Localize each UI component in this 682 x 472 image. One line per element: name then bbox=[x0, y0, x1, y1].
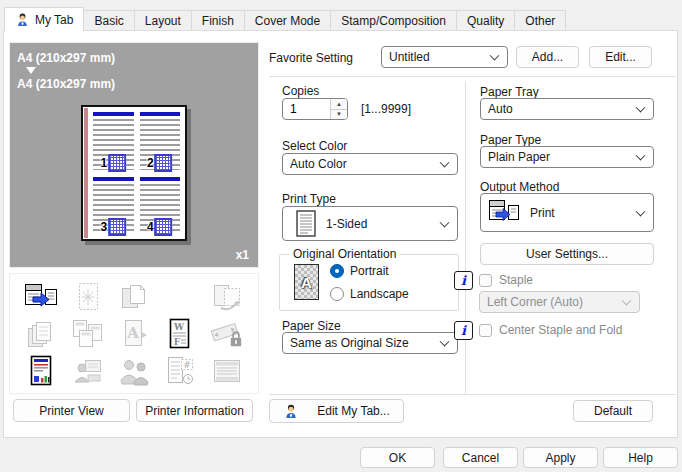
tab-basic[interactable]: Basic bbox=[83, 10, 134, 30]
arrow-down-icon bbox=[26, 67, 36, 74]
edit-favorite-label: Edit... bbox=[605, 50, 636, 64]
spin-up-icon[interactable] bbox=[331, 99, 347, 110]
paper-tray-select[interactable]: Auto bbox=[480, 98, 654, 120]
account-track-icon bbox=[117, 355, 151, 387]
page-number: 1 bbox=[100, 156, 107, 170]
copies-range-label: [1...9999] bbox=[361, 102, 411, 116]
print-type-value: 1-Sided bbox=[326, 217, 367, 231]
tab-my-tab[interactable]: My Tab bbox=[4, 7, 84, 31]
column-divider bbox=[465, 81, 466, 394]
chevron-down-icon bbox=[440, 337, 450, 347]
edit-my-tab-label: Edit My Tab... bbox=[317, 404, 389, 418]
printer-view-label: Printer View bbox=[39, 404, 103, 418]
staple-position-select: Left Corner (Auto) bbox=[479, 291, 640, 313]
secure-print-icon bbox=[210, 318, 244, 350]
chevron-down-icon bbox=[636, 206, 646, 216]
tab-label: Other bbox=[525, 14, 555, 28]
default-button[interactable]: Default bbox=[573, 400, 653, 422]
paper-size-select[interactable]: Same as Original Size bbox=[282, 332, 458, 354]
center-staple-checkbox-row[interactable]: Center Staple and Fold bbox=[479, 323, 622, 337]
favorite-setting-select[interactable]: Untitled bbox=[381, 46, 508, 68]
tab-quality[interactable]: Quality bbox=[456, 10, 515, 30]
tab-layout[interactable]: Layout bbox=[134, 10, 192, 30]
person-icon bbox=[15, 12, 30, 27]
center-staple-label: Center Staple and Fold bbox=[499, 323, 622, 337]
print-type-label: Print Type bbox=[282, 192, 336, 206]
staple-info-button[interactable]: i bbox=[454, 271, 473, 290]
apply-button[interactable]: Apply bbox=[523, 447, 598, 468]
paper-type-select[interactable]: Plain Paper bbox=[480, 146, 654, 168]
binding-edge-indicator bbox=[84, 108, 88, 238]
svg-text:#: # bbox=[184, 359, 192, 369]
paper-type-label: Paper Type bbox=[480, 133, 541, 147]
page-grid-icon bbox=[108, 218, 126, 236]
user-settings-button[interactable]: User Settings... bbox=[480, 243, 654, 265]
apply-label: Apply bbox=[545, 451, 575, 465]
tab-other[interactable]: Other bbox=[514, 10, 566, 30]
tab-finish[interactable]: Finish bbox=[191, 10, 245, 30]
copies-input[interactable] bbox=[283, 99, 330, 119]
select-color-value: Auto Color bbox=[290, 157, 347, 171]
tab-label: Basic bbox=[94, 14, 123, 28]
staple-position-value: Left Corner (Auto) bbox=[487, 295, 583, 309]
add-favorite-label: Add... bbox=[532, 50, 563, 64]
edit-favorite-button[interactable]: Edit... bbox=[589, 46, 652, 68]
printer-information-label: Printer Information bbox=[145, 404, 244, 418]
separator bbox=[269, 76, 676, 77]
chevron-down-icon bbox=[440, 158, 450, 168]
output-method-label: Output Method bbox=[480, 180, 559, 194]
staple-checkbox[interactable] bbox=[479, 274, 492, 287]
center-staple-info-button[interactable]: i bbox=[454, 321, 473, 340]
page-number-badge: 4 bbox=[147, 218, 173, 236]
add-favorite-button[interactable]: Add... bbox=[516, 46, 579, 68]
center-staple-checkbox[interactable] bbox=[479, 324, 492, 337]
paper-tray-label: Paper Tray bbox=[480, 85, 539, 99]
landscape-radio[interactable] bbox=[330, 287, 344, 301]
spin-down-icon[interactable] bbox=[331, 110, 347, 120]
rotate-output-icon bbox=[210, 281, 244, 313]
print-type-select[interactable]: 1-Sided bbox=[282, 206, 458, 241]
page-thumbnails-grid: 1 2 bbox=[93, 112, 180, 234]
tab-cover-mode[interactable]: Cover Mode bbox=[244, 10, 331, 30]
printer-information-button[interactable]: Printer Information bbox=[136, 399, 253, 422]
ok-button[interactable]: OK bbox=[360, 447, 435, 468]
tab-label: Cover Mode bbox=[255, 14, 320, 28]
watermark-icon: A bbox=[117, 318, 151, 350]
page-header-bar bbox=[140, 112, 181, 116]
chevron-down-icon bbox=[622, 296, 632, 306]
tab-label: Quality bbox=[467, 14, 504, 28]
select-color-select[interactable]: Auto Color bbox=[282, 153, 458, 175]
portrait-radio-row[interactable]: Portrait bbox=[330, 264, 389, 278]
collate-pages-icon bbox=[24, 318, 58, 350]
staple-label: Staple bbox=[499, 273, 533, 287]
cancel-button[interactable]: Cancel bbox=[443, 447, 518, 468]
color-settings-icon bbox=[24, 355, 58, 387]
copies-label: Copies bbox=[282, 84, 319, 98]
page-number: 3 bbox=[100, 220, 107, 234]
original-orientation-group: Original Orientation A Portrait Landscap… bbox=[279, 254, 459, 311]
chevron-down-icon bbox=[636, 151, 646, 161]
tab-stamp-composition[interactable]: Stamp/Composition bbox=[330, 10, 457, 30]
page-thumbnail: 4 bbox=[140, 177, 181, 235]
staple-checkbox-row[interactable]: Staple bbox=[479, 273, 533, 287]
help-label: Help bbox=[628, 451, 653, 465]
tab-label: My Tab bbox=[35, 13, 73, 27]
edit-my-tab-button[interactable]: Edit My Tab... bbox=[269, 399, 404, 423]
printer-view-button[interactable]: Printer View bbox=[13, 399, 130, 422]
help-button[interactable]: Help bbox=[603, 447, 678, 468]
original-orientation-label: Original Orientation bbox=[289, 247, 400, 261]
chevron-down-icon bbox=[636, 103, 646, 113]
one-sided-page-icon bbox=[296, 210, 316, 237]
overlay-icon: W F bbox=[163, 318, 197, 350]
portrait-radio[interactable] bbox=[330, 264, 344, 278]
ok-label: OK bbox=[389, 451, 406, 465]
spinner-buttons bbox=[330, 99, 347, 119]
output-method-select[interactable]: Print bbox=[480, 193, 654, 232]
copies-stepper[interactable] bbox=[282, 98, 348, 120]
page-grid-icon bbox=[155, 154, 173, 172]
printer-properties-dialog: My Tab Basic Layout Finish Cover Mode St… bbox=[0, 0, 682, 472]
paper-type-value: Plain Paper bbox=[488, 150, 550, 164]
landscape-radio-row[interactable]: Landscape bbox=[330, 287, 409, 301]
preview-page: 1 2 bbox=[81, 105, 187, 241]
banner-page-icon bbox=[210, 355, 244, 387]
